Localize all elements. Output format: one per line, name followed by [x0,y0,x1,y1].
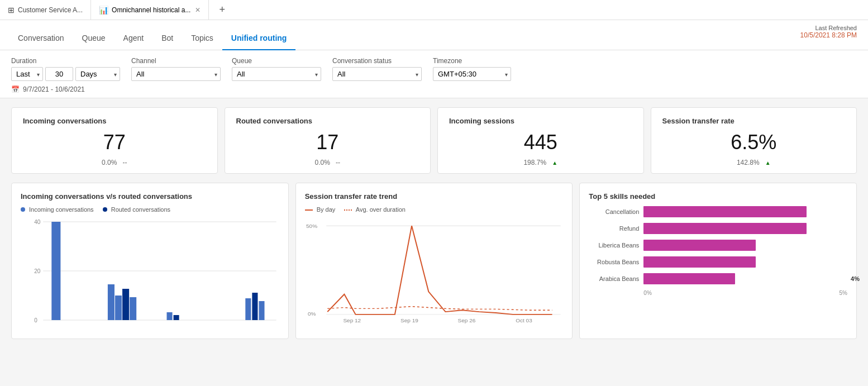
hbar-fill-arabica: 4% [643,273,735,284]
chart-icon: 📊 [99,6,108,15]
line-chart-svg: 50% 0% Sep 12 Sep 19 Sep 26 Oct 03 [305,217,564,323]
kpi-session-transfer-rate: Session transfer rate 6.5% 142.8% ▲ [651,107,857,174]
hbar-track-cancellation: 8% [643,206,847,217]
kpi-session-transfer-rate-title: Session transfer rate [662,117,846,125]
line-chart-area: 50% 0% Sep 12 Sep 19 Sep 26 Oct 03 [305,217,564,323]
bar-incoming-1 [108,284,115,320]
last-refreshed-value: 10/5/2021 8:28 PM [800,31,857,39]
kpi-incoming-change-arrow: -- [122,159,127,166]
kpi-incoming-conversations: Incoming conversations 77 0.0% -- [11,107,218,174]
add-tab-button[interactable]: + [213,4,231,16]
svg-text:0%: 0% [308,311,316,317]
filters-bar: Duration Last Next Days Weeks Months [0,50,868,98]
bar-incoming-1c [130,297,136,320]
channel-filter: Channel All [131,57,221,81]
hbar-pct-arabica: 4% [851,275,860,282]
bar-chart-svg: 40 20 0 [21,217,279,323]
hbar-track-arabica: 4% [643,273,847,284]
hbar-label-liberica: Liberica Beans [589,242,639,249]
svg-text:Sep 19: Sep 19 [400,317,418,323]
nav-unified-routing[interactable]: Unified routing [222,34,296,50]
hbar-row-liberica: Liberica Beans 5% [589,240,847,251]
kpi-incoming-sessions: Incoming sessions 445 198.7% ▲ [437,107,644,174]
kpi-transfer-change-pct: 142.8% [737,159,760,166]
bar-incoming-1b [115,296,122,320]
svg-text:40: 40 [34,219,41,225]
hbar-fill-liberica: 5% [643,240,756,251]
kpi-sessions-change-pct: 198.7% [523,159,546,166]
tab-customer-service[interactable]: ⊞ Customer Service A... [0,0,91,20]
svg-text:0: 0 [34,317,37,323]
kpi-transfer-arrow-up: ▲ [765,160,771,166]
hbar-pct-cancellation: 8% [836,208,845,215]
nav-bot[interactable]: Bot [152,34,182,50]
nav-topics[interactable]: Topics [182,34,222,50]
hbar-chart-card: Top 5 skills needed Cancellation 8% Refu… [579,183,857,339]
hbar-track-robusta: 5% [643,256,847,268]
hbar-fill-cancellation: 8% [643,206,807,217]
bar-chart-card: Incoming conversations v/s routed conver… [11,183,289,339]
queue-select[interactable]: All [232,67,321,81]
conversation-status-filter: Conversation status All [332,57,422,81]
line-avg [327,307,552,311]
svg-text:Sep 26: Sep 26 [457,317,475,323]
bar-routed-3 [252,293,257,320]
grid-icon: ⊞ [8,6,15,15]
kpi-routed-conversations-value: 17 [236,131,419,154]
svg-text:20: 20 [34,268,41,274]
bar-chart-title: Incoming conversations v/s routed conver… [21,192,279,201]
hbar-pct-refund: 8% [836,225,845,232]
nav-agent[interactable]: Agent [115,34,153,50]
duration-value-input[interactable] [45,67,73,81]
kpi-incoming-change-pct: 0.0% [102,159,117,166]
duration-preset-select[interactable]: Last Next [11,67,43,81]
legend-routed: Routed conversations [103,206,170,213]
queue-label: Queue [232,57,321,65]
hbar-row-robusta: Robusta Beans 5% [589,256,847,268]
kpi-incoming-sessions-title: Incoming sessions [449,117,632,125]
bar-incoming-2 [167,312,173,320]
bar-chart-area: 40 20 0 [21,217,279,323]
conversation-status-label: Conversation status [332,57,422,65]
duration-label: Duration [11,57,120,65]
legend-by-day-line [305,209,313,211]
channel-select[interactable]: All [131,67,221,81]
svg-text:Sep 12: Sep 12 [343,317,361,323]
hbar-fill-robusta: 5% [643,256,756,268]
kpi-routed-change-pct: 0.0% [315,159,330,166]
nav-conversation[interactable]: Conversation [9,34,73,50]
bar-incoming-0 [51,222,60,320]
bar-routed-2 [174,315,179,320]
last-refreshed: Last Refreshed 10/5/2021 8:28 PM [800,25,857,39]
legend-avg-label: Avg. over duration [356,206,406,213]
tab-omnichannel[interactable]: 📊 Omnichannel historical a... ✕ [91,0,209,20]
legend-avg: Avg. over duration [344,206,406,213]
tab-close-button[interactable]: ✕ [195,6,201,14]
duration-unit-select[interactable]: Days Weeks Months [75,67,120,81]
calendar-icon: 📅 [11,85,20,93]
legend-avg-line [344,209,352,211]
legend-routed-label: Routed conversations [111,206,170,213]
kpi-session-transfer-rate-value: 6.5% [662,131,846,154]
date-range-value: 9/7/2021 - 10/6/2021 [23,85,85,93]
conversation-status-select[interactable]: All [332,67,422,81]
bar-incoming-3b [259,301,264,320]
hbar-label-cancellation: Cancellation [589,208,639,215]
tab-omnichannel-label: Omnichannel historical a... [112,6,190,14]
kpi-sessions-arrow-up: ▲ [552,160,557,166]
legend-incoming: Incoming conversations [21,206,94,213]
timezone-select[interactable]: GMT+05:30 [433,67,511,81]
hbar-track-refund: 8% [643,223,847,234]
timezone-filter: Timezone GMT+05:30 [433,57,511,81]
timezone-label: Timezone [433,57,511,65]
legend-routed-dot [103,207,107,212]
nav-queue[interactable]: Queue [73,34,115,50]
hbar-pct-liberica: 5% [836,242,845,249]
line-chart-card: Session transfer rate trend By day Avg. … [295,183,573,339]
kpi-routed-conversations-title: Routed conversations [236,117,419,125]
legend-incoming-dot [21,207,25,212]
line-chart-legend: By day Avg. over duration [305,206,564,213]
bar-routed-1 [122,289,129,320]
legend-by-day-label: By day [317,206,336,213]
date-range: 📅 9/7/2021 - 10/6/2021 [11,85,857,93]
